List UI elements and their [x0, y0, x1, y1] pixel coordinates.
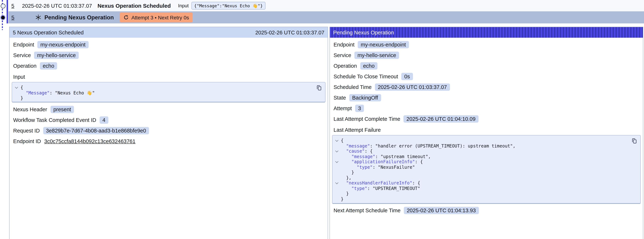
pending-operation-panel-header: Pending Nexus Operation — [330, 27, 643, 38]
input-json-codeblock: { "Message": "Nexus Echo 👋"} — [12, 82, 326, 102]
field-label: Schedule To Close Timeout — [334, 74, 398, 80]
event-input-preview: {"Message":"Nexus Echo 👋"} — [192, 2, 266, 10]
field-value-badge: echo — [40, 62, 57, 70]
code-line: "applicationFailureInfo": { — [335, 159, 637, 164]
event-detail-panel-title: 5 Nexus Operation Scheduled — [13, 30, 84, 35]
field-value-badge: echo — [360, 62, 378, 70]
event-input-label: Input — [178, 3, 189, 8]
code-line: "cause": { — [335, 148, 637, 154]
field-label: Attempt — [334, 106, 352, 111]
code-line: } — [14, 96, 322, 101]
code-line: "Message": "Nexus Echo 👋" — [14, 90, 322, 96]
code-line: "message": "upstream timeout", — [335, 154, 637, 159]
field-row: Endpointmy-nexus-endpoint — [334, 41, 643, 49]
field-label: Workflow Task Completed Event ID — [13, 117, 96, 123]
field-label: Service — [334, 52, 351, 58]
field-label: Scheduled Time — [334, 84, 372, 90]
field-row: Scheduled Time2025-02-26 UTC 01:03:37.07 — [334, 83, 643, 91]
field-row: Servicemy-hello-service — [334, 51, 643, 59]
retry-badge-text: Attempt 3 • Next Retry 0s — [132, 14, 189, 20]
timeline-node-scheduled-icon — [0, 4, 5, 8]
code-line: } — [335, 191, 637, 196]
pending-asterisk-icon — [35, 14, 42, 20]
collapse-chevron-icon[interactable] — [335, 160, 339, 164]
failure-section-label: Last Attempt Failure — [334, 126, 643, 134]
pending-row-title: Pending Nexus Operation — [44, 14, 114, 21]
event-detail-panel-header: 5 Nexus Operation Scheduled 2025-02-26 U… — [10, 27, 328, 38]
field-label: Last Attempt Complete Time — [334, 116, 400, 122]
field-value-badge: my-nexus-endpoint — [38, 41, 88, 48]
collapse-chevron-icon[interactable] — [335, 150, 339, 153]
field-row: Nexus Headerpresent — [13, 106, 328, 114]
event-detail-panel-timestamp: 2025-02-26 UTC 01:03:37.07 — [255, 30, 324, 35]
field-value-link[interactable]: 3c0c75ccfa8144b092c13ce632463761 — [44, 138, 136, 144]
field-row: Schedule To Close Timeout0s — [334, 72, 643, 80]
field-row: Endpoint ID3c0c75ccfa8144b092c13ce632463… — [13, 137, 328, 145]
field-row: Operationecho — [13, 62, 328, 70]
pending-operation-panel-title: Pending Nexus Operation — [333, 30, 394, 35]
field-row: Next Attempt Schedule Time2025-02-26 UTC… — [334, 206, 643, 214]
field-value-badge: 3 — [355, 105, 364, 112]
selected-event-accent-bar — [6, 0, 8, 24]
field-label: Endpoint ID — [13, 138, 41, 144]
pending-event-id-link[interactable]: 5 — [11, 14, 14, 20]
field-row: Operationecho — [334, 62, 643, 70]
field-label: Endpoint — [13, 42, 34, 48]
field-label: Nexus Header — [13, 106, 47, 112]
copy-icon[interactable] — [632, 138, 637, 144]
code-line: "message": "handler error (UPSTREAM_TIME… — [335, 143, 637, 148]
event-history-row-scheduled[interactable]: 5 2025-02-26 UTC 01:03:37.07 Nexus Opera… — [8, 0, 644, 11]
event-timestamp: 2025-02-26 UTC 01:03:37.07 — [22, 3, 92, 8]
retry-icon — [124, 15, 129, 20]
app-root: 5 2025-02-26 UTC 01:03:37.07 Nexus Opera… — [0, 0, 644, 239]
field-value-badge: 0s — [402, 73, 413, 80]
event-history-row-pending[interactable]: 5 Pending Nexus Operation Attempt 3 • Ne… — [8, 11, 644, 24]
field-label: Next Attempt Schedule Time — [334, 208, 400, 214]
field-label: Request ID — [13, 128, 40, 134]
event-id-link[interactable]: 5 — [11, 3, 14, 8]
code-line: } — [335, 196, 637, 202]
field-value-badge: 4 — [100, 116, 108, 124]
pending-operation-panel: Pending Nexus Operation Endpointmy-nexus… — [330, 27, 643, 239]
collapse-chevron-icon[interactable] — [335, 139, 339, 142]
field-label: Endpoint — [334, 42, 354, 48]
failure-json-codeblock: { "message": "handler error (UPSTREAM_TI… — [332, 135, 641, 204]
code-line: } — [335, 170, 637, 175]
retry-attempt-badge: Attempt 3 • Next Retry 0s — [120, 12, 193, 22]
field-value-badge: my-nexus-endpoint — [358, 41, 409, 48]
code-line: }, — [335, 175, 637, 180]
field-label: Operation — [334, 63, 357, 69]
field-value-badge: present — [50, 106, 74, 113]
field-label: Service — [13, 52, 31, 58]
code-line: { — [335, 138, 637, 143]
code-line: "nexusHandlerFailureInfo": { — [335, 180, 637, 186]
field-row: Workflow Task Completed Event ID4 — [13, 116, 328, 124]
field-row: Endpointmy-nexus-endpoint — [13, 41, 328, 49]
field-label: Operation — [13, 63, 36, 69]
field-value-badge: BackingOff — [349, 94, 381, 102]
event-timeline-gutter — [0, 0, 8, 33]
pending-operation-panel-body: Endpointmy-nexus-endpointServicemy-hello… — [330, 38, 643, 214]
input-section-label: Input — [13, 73, 328, 80]
field-value-badge: 3e829b7e-7d67-4b08-aad3-b1e868bfe9e0 — [43, 127, 149, 134]
field-value-badge: my-hello-service — [34, 52, 79, 59]
event-detail-panel-body: Endpointmy-nexus-endpointServicemy-hello… — [10, 38, 328, 145]
code-line: "type": "UPSTREAM_TIMEOUT" — [335, 186, 637, 191]
collapse-chevron-icon[interactable] — [15, 86, 18, 89]
code-line: { — [14, 85, 322, 90]
field-row: Servicemy-hello-service — [13, 51, 328, 59]
field-value-badge: 2025-02-26 UTC 01:04:10.09 — [404, 115, 478, 122]
field-row: Last Attempt Complete Time2025-02-26 UTC… — [334, 115, 643, 123]
field-label: State — [334, 95, 346, 101]
collapse-chevron-icon[interactable] — [335, 182, 339, 185]
field-value-badge: 2025-02-26 UTC 01:04:13.93 — [404, 207, 479, 214]
code-line: "type": "NexusFailure" — [335, 164, 637, 170]
event-title: Nexus Operation Scheduled — [98, 2, 171, 9]
event-detail-panel: 5 Nexus Operation Scheduled 2025-02-26 U… — [9, 27, 328, 239]
timeline-node-pending-icon — [1, 16, 4, 20]
field-row: Request ID3e829b7e-7d67-4b08-aad3-b1e868… — [13, 127, 328, 135]
field-value-badge: my-hello-service — [354, 52, 399, 59]
field-row: StateBackingOff — [334, 94, 643, 102]
field-value-badge: 2025-02-26 UTC 01:03:37.07 — [375, 84, 450, 91]
copy-icon[interactable] — [316, 85, 322, 91]
